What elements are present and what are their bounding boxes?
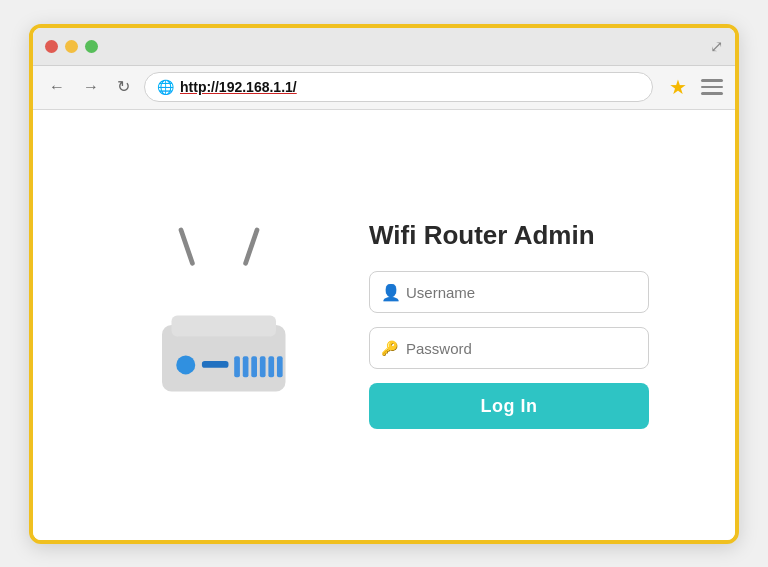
username-input[interactable] — [369, 271, 649, 313]
globe-icon: 🌐 — [157, 79, 174, 95]
minimize-button[interactable] — [65, 40, 78, 53]
nav-bar: ← → ↻ 🌐 http://192.168.1.1/ ★ — [33, 66, 735, 110]
user-icon: 👤 — [381, 283, 401, 302]
browser-window: ⤢ ← → ↻ 🌐 http://192.168.1.1/ ★ — [29, 24, 739, 544]
login-button[interactable]: Log In — [369, 383, 649, 429]
maximize-button[interactable] — [85, 40, 98, 53]
svg-rect-3 — [172, 315, 277, 336]
svg-rect-5 — [202, 361, 229, 368]
back-button[interactable]: ← — [45, 77, 69, 97]
username-group: 👤 — [369, 271, 649, 313]
forward-button[interactable]: → — [79, 77, 103, 97]
svg-rect-6 — [234, 356, 240, 377]
svg-rect-8 — [251, 356, 257, 377]
traffic-lights — [45, 40, 98, 53]
title-bar: ⤢ — [33, 28, 735, 66]
url-text: http://192.168.1.1/ — [180, 79, 297, 95]
close-button[interactable] — [45, 40, 58, 53]
svg-rect-10 — [268, 356, 274, 377]
url-bar[interactable]: 🌐 http://192.168.1.1/ — [144, 72, 653, 102]
svg-rect-7 — [243, 356, 249, 377]
password-input[interactable] — [369, 327, 649, 369]
login-form: Wifi Router Admin 👤 🔑 Log In — [369, 220, 649, 429]
menu-icon[interactable] — [701, 79, 723, 95]
key-icon: 🔑 — [381, 340, 398, 356]
expand-icon[interactable]: ⤢ — [710, 37, 723, 56]
page-content: Wifi Router Admin 👤 🔑 Log In — [33, 110, 735, 540]
refresh-button[interactable]: ↻ — [113, 77, 134, 97]
svg-point-4 — [176, 355, 195, 374]
page-title: Wifi Router Admin — [369, 220, 649, 251]
svg-line-1 — [246, 230, 257, 263]
svg-rect-9 — [260, 356, 266, 377]
svg-line-0 — [181, 230, 192, 263]
router-svg — [124, 225, 314, 425]
svg-rect-11 — [277, 356, 283, 377]
router-illustration — [119, 225, 319, 425]
password-group: 🔑 — [369, 327, 649, 369]
bookmark-icon[interactable]: ★ — [669, 75, 687, 99]
